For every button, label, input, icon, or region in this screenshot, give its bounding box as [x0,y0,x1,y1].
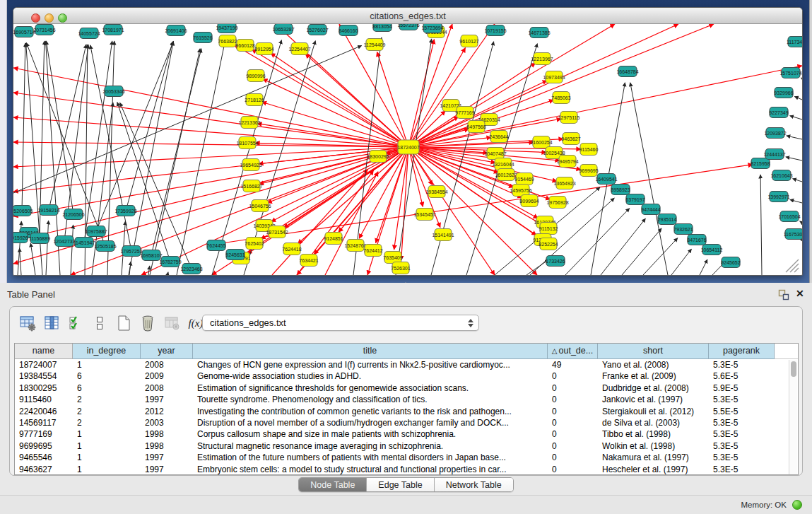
row-height-icon[interactable] [89,313,110,333]
column-header-short[interactable]: short [598,344,709,359]
graph-node[interactable]: 16648784 [616,66,638,77]
graph-node[interactable]: 8958923 [611,185,630,195]
graph-node[interactable]: 12042737 [53,236,75,247]
graph-node[interactable]: 15751074 [779,68,801,78]
graph-node[interactable]: 7625402 [245,238,264,250]
graph-node[interactable]: 15276027 [306,25,328,35]
memory-status-icon[interactable] [792,500,802,510]
table-row[interactable]: 1830029562008Estimation of significance … [15,382,798,394]
graph-node[interactable]: 9329966 [774,88,793,98]
graph-node[interactable]: 7624418 [282,243,301,255]
graph-node[interactable]: 9115460 [579,144,599,156]
graph-node[interactable]: 7624412 [363,245,382,257]
graph-node[interactable]: 2935114 [658,214,677,225]
graph-node[interactable]: 7615526 [193,33,212,43]
graph-node[interactable]: 18300295 [367,151,389,163]
graph-node[interactable]: 2436644 [489,131,508,143]
graph-node[interactable]: 19437199 [216,24,237,33]
graph-node[interactable]: 7663822 [218,35,237,47]
table-scrollbar-thumb[interactable] [791,361,796,377]
graph-node[interactable]: 6379197 [625,194,645,205]
graph-node[interactable]: 15141491 [432,229,454,241]
graph-node[interactable]: 9245631 [225,250,245,260]
graph-node[interactable]: 12213967 [531,53,553,65]
graph-node[interactable]: 8912954 [254,43,273,55]
table-settings-icon[interactable] [17,313,38,333]
new-table-icon[interactable] [113,313,134,333]
graph-node[interactable]: 9777169 [455,107,474,119]
graph-node[interactable]: 19384554 [425,186,447,198]
tab-network-table[interactable]: Network Table [435,478,513,491]
graph-canvas[interactable]: 7663822966012889129549890996271812612213… [13,24,802,275]
graph-node[interactable]: 7634421 [299,255,318,267]
table-row[interactable]: 946554611997Estimation of the future num… [15,452,798,463]
graph-node[interactable]: 9124851 [324,233,343,245]
table-row[interactable]: 977716911998Corpus callosum shape and si… [15,428,798,440]
graph-node[interactable]: 7485063 [551,92,570,104]
table-row[interactable]: 2242004622012Investigating the contribut… [15,406,798,417]
graph-node[interactable]: 6497568 [466,121,486,133]
graph-node[interactable]: 9115132 [539,223,558,235]
table-column-icon[interactable] [41,313,62,333]
graph-node[interactable]: 17081971 [102,25,124,35]
graph-node[interactable]: 9245652 [721,257,740,268]
graph-node[interactable]: 8466160 [339,25,358,36]
table-row[interactable]: 969969511998Structural magnetic resonanc… [15,440,798,452]
close-panel-icon[interactable]: ✕ [796,288,804,299]
graph-node[interactable]: 12213363 [238,117,260,129]
graph-node[interactable]: 8813054 [372,24,392,32]
graph-node[interactable]: 9610127 [459,35,478,47]
graph-node[interactable]: 20731456 [33,25,55,35]
graph-node[interactable]: 20691406 [165,25,187,36]
graph-node[interactable]: 12444137 [763,149,785,160]
table-row[interactable]: 1872400712008Changes of HCN gene express… [15,359,798,370]
graph-node[interactable]: 20053346 [102,86,124,97]
column-header-title[interactable]: title [193,344,548,359]
graph-node[interactable]: 19158214 [37,205,59,216]
graph-node[interactable]: 15345457 [413,209,435,221]
graph-node[interactable]: 3915926 [13,233,28,243]
graph-node[interactable]: 16905714 [13,27,35,37]
graph-node[interactable]: 9660128 [235,40,254,52]
select-rows-icon[interactable] [65,313,86,333]
graph-node[interactable]: 25206505 [13,206,33,216]
column-header-year[interactable]: year [141,344,193,359]
graph-node[interactable]: 19756928 [546,197,568,209]
graph-node[interactable]: 12093872 [764,128,786,139]
graph-node[interactable]: 17957253 [120,246,142,257]
graph-node[interactable]: 19654923 [240,159,261,171]
graph-node[interactable]: 9463627 [561,133,580,145]
column-header-name[interactable]: name [15,344,73,359]
graph-node[interactable]: 18107554 [236,137,258,149]
graph-node[interactable]: 11451947 [73,238,95,248]
float-window-icon[interactable] [777,288,790,301]
graph-node[interactable]: 15166827 [240,180,262,192]
graph-node[interactable]: 9474444 [641,204,660,215]
graph-node[interactable]: 16012627 [495,169,517,181]
graph-node[interactable]: 11254409 [364,39,386,51]
graph-node[interactable]: 11675309 [784,229,802,240]
graph-node[interactable]: 16210643 [770,170,792,181]
column-header-in-degree[interactable]: in_degree [73,344,141,359]
graph-node[interactable]: 10975887 [85,226,107,237]
graph-node[interactable]: 21206506 [62,209,84,220]
graph-node[interactable]: 16409541 [595,174,617,185]
graph-node[interactable]: 10973493 [543,71,565,83]
graph-node[interactable]: 9227349 [769,107,788,118]
graph-node[interactable]: 15046756 [249,200,271,212]
graph-node[interactable]: 11173457 [787,37,802,47]
graph-node[interactable]: 1733426 [546,256,565,267]
table-row[interactable]: 1938455462009Genome-wide association stu… [15,370,798,382]
graph-node[interactable]: 18731542 [266,226,288,238]
delete-table-icon[interactable] [137,313,158,333]
column-header-out-de-[interactable]: △out_de... [548,344,598,359]
graph-node[interactable]: 2718126 [245,94,264,106]
graph-node[interactable]: 11156889 [29,233,50,244]
tab-node-table[interactable]: Node Table [299,478,367,491]
graph-node[interactable]: 9154469 [514,173,534,185]
graph-node[interactable]: 8099694 [519,195,539,207]
graph-node[interactable]: 12975115 [558,112,580,124]
graph-node[interactable]: 19495794 [556,156,578,168]
graph-node[interactable]: 10653287 [272,24,294,35]
table-row[interactable]: 911546021997Tourette syndrome. Phenomeno… [15,394,798,405]
